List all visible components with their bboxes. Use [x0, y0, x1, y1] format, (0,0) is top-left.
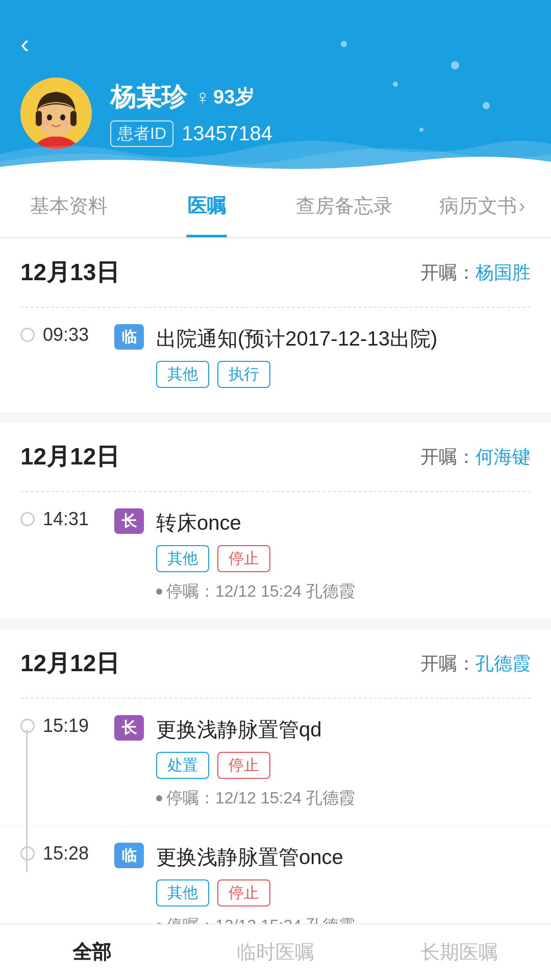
tab-rounds[interactable]: 查房备忘录	[276, 175, 413, 237]
tags-row: 其他 执行	[156, 361, 531, 388]
order-content: 转床once 其他 停止 停嘱：12/12 15:24 孔德霞	[156, 508, 531, 603]
order-content: 出院通知(预计2017-12-13出院) 其他 执行	[156, 324, 531, 396]
time-col: 15:19	[20, 715, 102, 737]
order-content: 更换浅静脉置管once 其他 停止 停嘱：12/12 15:24 孔德霞	[156, 843, 531, 937]
chevron-right-icon: ›	[519, 195, 525, 217]
tag-stop: 停止	[217, 879, 270, 906]
tag-process: 处置	[156, 752, 209, 779]
type-badge-chang: 长	[114, 715, 144, 741]
back-button[interactable]: ‹	[20, 31, 29, 57]
tag-exec: 执行	[217, 361, 270, 388]
type-badge-lin: 临	[114, 324, 144, 350]
time-text: 15:19	[43, 715, 89, 737]
time-col: 14:31	[20, 508, 102, 530]
type-badge-chang: 长	[114, 508, 144, 534]
type-badge-lin: 临	[114, 843, 144, 868]
order-item[interactable]: 09:33 临 出院通知(预计2017-12-13出院) 其他 执行	[0, 308, 551, 412]
stop-dot	[156, 795, 162, 801]
tab-basic[interactable]: 基本资料	[0, 175, 138, 237]
circle-icon	[20, 328, 35, 342]
tag-other: 其他	[156, 361, 209, 388]
time-text: 15:28	[43, 843, 89, 864]
time-text: 14:31	[43, 508, 89, 530]
gender-symbol: ♀	[195, 86, 210, 109]
svg-rect-4	[36, 111, 42, 126]
patient-name-text: 杨某珍	[110, 80, 187, 114]
tag-stop: 停止	[217, 545, 270, 572]
tab-orders[interactable]: 医嘱	[138, 175, 276, 237]
time-col: 09:33	[20, 324, 102, 346]
tags-row: 其他 停止	[156, 545, 531, 572]
content: 12月13日 开嘱：杨国胜 09:33 临 出院通知(预计2017-12-13出…	[0, 238, 551, 980]
tags-row: 处置 停止	[156, 752, 531, 779]
circle-icon	[20, 512, 35, 526]
tab-records[interactable]: 病历文书 ›	[413, 175, 551, 237]
svg-point-9	[62, 120, 70, 125]
patient-gender-age: ♀ 93岁	[195, 84, 254, 110]
circle-icon	[20, 846, 35, 861]
stop-info: 停嘱：12/12 15:24 孔德霞	[156, 580, 531, 603]
doctor-label-1: 开嘱：杨国胜	[420, 260, 531, 285]
date-section-3: 12月12日 开嘱：孔德霞 15:19 长 更换浅静脉置管qd 处置 停止	[0, 629, 551, 953]
tag-other: 其他	[156, 879, 209, 906]
stop-text: 停嘱：12/12 15:24 孔德霞	[166, 580, 355, 603]
stop-dot	[156, 589, 162, 595]
stop-text: 停嘱：12/12 15:24 孔德霞	[166, 787, 355, 810]
order-item[interactable]: 14:31 长 转床once 其他 停止 停嘱：12/12 15:24 孔德霞	[0, 492, 551, 619]
order-content: 更换浅静脉置管qd 处置 停止 停嘱：12/12 15:24 孔德霞	[156, 715, 531, 810]
tag-stop: 停止	[217, 752, 270, 779]
bottom-nav: 全部 临时医嘱 长期医嘱	[0, 924, 551, 980]
date-section-2: 12月12日 开嘱：何海键 14:31 长 转床once 其他 停止 停嘱：12…	[0, 423, 551, 619]
tag-other: 其他	[156, 545, 209, 572]
circle-icon	[20, 719, 35, 733]
svg-point-8	[42, 120, 50, 125]
order-title: 更换浅静脉置管once	[156, 843, 531, 871]
date-label-3: 12月12日	[20, 648, 119, 679]
bottom-nav-all[interactable]: 全部	[0, 924, 184, 980]
svg-point-7	[60, 114, 65, 120]
bottom-nav-long[interactable]: 长期医嘱	[367, 924, 551, 980]
time-col: 15:28	[20, 843, 102, 864]
order-title: 更换浅静脉置管qd	[156, 715, 531, 744]
tags-row: 其他 停止	[156, 879, 531, 906]
doctor-label-2: 开嘱：何海键	[420, 445, 531, 470]
date-label-1: 12月13日	[20, 257, 119, 288]
stop-info: 停嘱：12/12 15:24 孔德霞	[156, 787, 531, 810]
svg-rect-5	[70, 111, 77, 126]
bottom-nav-temp[interactable]: 临时医嘱	[184, 924, 367, 980]
header: ‹	[0, 0, 551, 175]
date-label-2: 12月12日	[20, 441, 119, 473]
svg-point-6	[47, 114, 52, 120]
tabs: 基本资料 医嘱 查房备忘录 病历文书 ›	[0, 175, 551, 238]
patient-age: 93岁	[213, 84, 254, 110]
time-text: 09:33	[43, 324, 89, 346]
order-title: 转床once	[156, 508, 531, 537]
date-section-1: 12月13日 开嘱：杨国胜 09:33 临 出院通知(预计2017-12-13出…	[0, 238, 551, 412]
doctor-label-3: 开嘱：孔德霞	[420, 651, 531, 676]
order-title: 出院通知(预计2017-12-13出院)	[156, 324, 531, 353]
order-item[interactable]: 15:19 长 更换浅静脉置管qd 处置 停止 停嘱：12/12 15:24 孔…	[0, 699, 551, 826]
